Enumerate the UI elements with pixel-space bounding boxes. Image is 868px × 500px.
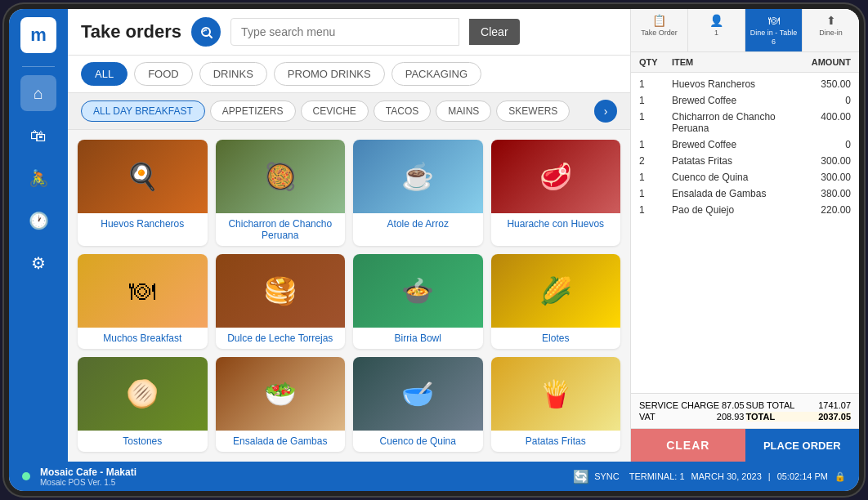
menu-item-name: Cuenco de Quina bbox=[353, 431, 483, 452]
rp-tabs: 📋 Take Order 👤 1 🍽 Dine in - Table 6 ⬆ D… bbox=[631, 9, 859, 52]
rp-tab-person[interactable]: 👤 1 bbox=[688, 9, 745, 51]
order-item[interactable]: 1 Brewed Coffee 0 bbox=[631, 92, 859, 109]
takeorder-icon: 📋 bbox=[652, 14, 666, 27]
cat-tab-drinks[interactable]: DRINKS bbox=[199, 62, 267, 86]
menu-item[interactable]: 🥞 Dulce de Leche Torrejas bbox=[216, 254, 346, 349]
place-order-button[interactable]: PLACE ORDER bbox=[745, 429, 860, 462]
sidebar-item-home[interactable]: ⌂ bbox=[20, 75, 56, 111]
order-item[interactable]: 1 Huevos Rancheros 350.00 bbox=[631, 76, 859, 92]
sidebar-item-delivery[interactable]: 🚴 bbox=[20, 160, 56, 196]
menu-item-image: 🥣 bbox=[353, 357, 483, 431]
menu-item[interactable]: 🍳 Huevos Rancheros bbox=[78, 140, 208, 246]
menu-item-name: Tostones bbox=[78, 431, 208, 452]
menu-item[interactable]: ☕ Atole de Arroz bbox=[353, 140, 483, 246]
menu-item-image: ☕ bbox=[353, 140, 483, 213]
sync-section: 🔄 SYNC bbox=[573, 469, 620, 484]
clear-search-button[interactable]: Clear bbox=[469, 19, 519, 45]
dinein-label: Dine in - Table 6 bbox=[749, 29, 799, 47]
cat-tab-promo-drinks[interactable]: PROMO DRINKS bbox=[274, 62, 385, 86]
order-item-amount: 300.00 bbox=[785, 155, 851, 167]
category-tabs: ALLFOODDRINKSPROMO DRINKSPACKAGING bbox=[68, 56, 630, 93]
vat-row: VAT 208.93 bbox=[639, 412, 745, 422]
sub-tab-skewers[interactable]: SKEWERS bbox=[496, 100, 570, 122]
menu-item-name: Atole de Arroz bbox=[353, 213, 483, 234]
qty-header: QTY bbox=[639, 57, 672, 67]
total-value: 2037.05 bbox=[818, 412, 851, 422]
sub-tab-arrow[interactable]: › bbox=[594, 100, 617, 123]
order-item[interactable]: 1 Pao de Quiejo 220.00 bbox=[631, 202, 859, 218]
subtotal-row: SUB TOTAL 1741.07 bbox=[746, 400, 852, 410]
menu-grid: 🍳 Huevos Rancheros 🥘 Chicharron de Chanc… bbox=[68, 130, 630, 462]
menu-item-image: 🥗 bbox=[216, 357, 346, 431]
cat-tab-packaging[interactable]: PACKAGING bbox=[391, 62, 481, 86]
rp-tab-dineup[interactable]: ⬆ Dine-in bbox=[803, 9, 859, 51]
sub-tab-appetizers[interactable]: APPETIZERS bbox=[210, 100, 296, 122]
cat-tab-all[interactable]: ALL bbox=[81, 62, 128, 86]
search-input[interactable] bbox=[230, 18, 459, 46]
separator: | bbox=[768, 471, 771, 481]
header: Take orders Clear bbox=[68, 9, 630, 56]
order-item-name: Cuenco de Quina bbox=[672, 172, 785, 183]
menu-item-name: Huevos Rancheros bbox=[78, 213, 208, 234]
order-item[interactable]: 1 Cuenco de Quina 300.00 bbox=[631, 169, 859, 185]
menu-item-image: 🍲 bbox=[353, 254, 483, 328]
order-item-name: Brewed Coffee bbox=[672, 95, 785, 106]
clear-order-button[interactable]: CLEAR bbox=[631, 429, 745, 462]
sub-tab-mains[interactable]: MAINS bbox=[436, 100, 491, 122]
total-label: TOTAL bbox=[746, 412, 776, 422]
person-label: 1 bbox=[714, 29, 718, 38]
menu-item-image: 🍳 bbox=[78, 140, 208, 213]
menu-item[interactable]: 🍲 Birria Bowl bbox=[353, 254, 483, 349]
order-item-amount: 300.00 bbox=[785, 172, 851, 183]
menu-item-image: 🍽 bbox=[78, 254, 208, 328]
rp-column-headers: QTY ITEM AMOUNT bbox=[631, 52, 859, 73]
order-item-amount: 0 bbox=[785, 95, 851, 106]
menu-item[interactable]: 🍟 Patatas Fritas bbox=[491, 357, 621, 452]
sidebar-item-shopping[interactable]: 🛍 bbox=[20, 118, 56, 154]
order-item-amount: 220.00 bbox=[785, 204, 851, 216]
order-item-name: Pao de Quiejo bbox=[672, 204, 785, 216]
menu-item[interactable]: 🍽 Muchos Breakfast bbox=[78, 254, 208, 349]
person-icon: 👤 bbox=[709, 14, 723, 27]
sub-tab-tacos[interactable]: TACOS bbox=[374, 100, 431, 122]
order-item-qty: 1 bbox=[639, 172, 672, 183]
menu-item-name: Chicharron de Chancho Peruana bbox=[216, 213, 346, 246]
order-item-qty: 2 bbox=[639, 155, 672, 167]
order-item-qty: 1 bbox=[639, 188, 672, 199]
search-bar bbox=[230, 18, 459, 46]
menu-item-name: Ensalada de Gambas bbox=[216, 431, 346, 452]
menu-item-image: 🥘 bbox=[216, 140, 346, 213]
search-icon-button[interactable] bbox=[191, 17, 221, 47]
sidebar-item-settings[interactable]: ⚙ bbox=[20, 245, 56, 281]
menu-item[interactable]: 🥣 Cuenco de Quina bbox=[353, 357, 483, 452]
sub-tab-ceviche[interactable]: CEVICHE bbox=[301, 100, 369, 122]
menu-item[interactable]: 🥘 Chicharron de Chancho Peruana bbox=[216, 140, 346, 246]
total-row: TOTAL 2037.05 bbox=[746, 412, 852, 422]
menu-item[interactable]: 🥩 Huarache con Huevos bbox=[491, 140, 621, 246]
order-item-qty: 1 bbox=[639, 95, 672, 106]
order-item[interactable]: 1 Ensalada de Gambas 380.00 bbox=[631, 185, 859, 202]
service-charge-row: SERVICE CHARGE 87.05 bbox=[639, 400, 745, 410]
takeorder-label: Take Order bbox=[641, 29, 678, 38]
menu-item-name: Elotes bbox=[491, 328, 621, 349]
cat-tab-food[interactable]: FOOD bbox=[134, 62, 193, 86]
menu-item[interactable]: 🌽 Elotes bbox=[491, 254, 621, 349]
order-item[interactable]: 1 Chicharron de Chancho Peruana 400.00 bbox=[631, 109, 859, 136]
rp-tab-dinein[interactable]: 🍽 Dine in - Table 6 bbox=[745, 9, 803, 51]
order-item[interactable]: 2 Patatas Fritas 300.00 bbox=[631, 153, 859, 169]
order-item-name: Chicharron de Chancho Peruana bbox=[672, 111, 785, 134]
order-item-name: Patatas Fritas bbox=[672, 155, 785, 167]
rp-tab-takeorder[interactable]: 📋 Take Order bbox=[631, 9, 688, 51]
menu-item[interactable]: 🫓 Tostones bbox=[78, 357, 208, 452]
sidebar-item-clock[interactable]: 🕐 bbox=[20, 203, 56, 239]
sub-tab-all-day-breakfast[interactable]: ALL DAY BREAKFAST bbox=[81, 100, 205, 122]
order-item[interactable]: 1 Brewed Coffee 0 bbox=[631, 136, 859, 153]
right-panel: 📋 Take Order 👤 1 🍽 Dine in - Table 6 ⬆ D… bbox=[630, 9, 859, 462]
menu-item[interactable]: 🥗 Ensalada de Gambas bbox=[216, 357, 346, 452]
dinein-icon: 🍽 bbox=[768, 14, 780, 27]
lock-icon: 🔒 bbox=[834, 471, 846, 482]
order-item-amount: 0 bbox=[785, 139, 851, 150]
cafe-info: Mosaic Cafe - Makati Mosaic POS Ver. 1.5 bbox=[40, 467, 136, 487]
sub-total-value: 1741.07 bbox=[818, 400, 851, 410]
order-item-amount: 400.00 bbox=[785, 111, 851, 134]
